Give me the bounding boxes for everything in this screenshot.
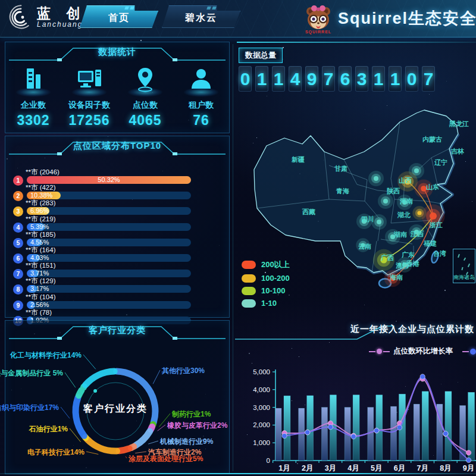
top10-row: 1**市 (2046)50.32%	[5, 168, 229, 184]
svg-text:湖南: 湖南	[393, 231, 407, 238]
top10-row-label: **市 (78)	[26, 308, 52, 317]
top10-row-percent: 3.17%	[30, 285, 49, 293]
stat-label: 企业数	[5, 100, 61, 111]
svg-text:9月: 9月	[463, 464, 474, 472]
stats-panel-title: 数据统计	[5, 46, 229, 58]
svg-text:吉林: 吉林	[450, 148, 465, 155]
legend-swatch	[242, 287, 256, 295]
top10-row-label: **市 (129)	[26, 277, 56, 286]
logo-subtext: Lanchuang	[37, 20, 86, 29]
svg-text:福建: 福建	[423, 240, 437, 247]
star	[446, 81, 447, 82]
counter-digit: 1	[255, 66, 268, 92]
star	[283, 47, 284, 48]
top10-row: 4**市 (219)5.39%	[5, 215, 229, 231]
top10-bar-track	[27, 239, 191, 246]
counter-digit: 1	[372, 66, 385, 92]
top10-row: 9**市 (104)2.56%	[5, 293, 229, 309]
top10-row: 3**市 (283)6.96%	[5, 199, 229, 215]
svg-text:海南: 海南	[389, 274, 403, 281]
industry-panel-header: 客户行业分类	[5, 321, 229, 341]
svg-text:新疆: 新疆	[291, 156, 305, 163]
top10-row-label: **市 (164)	[26, 246, 56, 255]
svg-text:1,000: 1,000	[253, 439, 270, 446]
svg-text:8月: 8月	[440, 464, 451, 472]
counter-digit: 7	[322, 66, 335, 92]
stat-label: 设备因子数	[61, 100, 117, 111]
lanchuang-logo-icon	[8, 5, 32, 30]
stat-device-factors: 设备因子数 17256	[61, 64, 117, 129]
donut-segment-label: 其他行业30%	[162, 366, 205, 376]
svg-text:青海: 青海	[336, 187, 349, 195]
top10-row-percent: 2.56%	[30, 301, 49, 309]
counter-digit: 3	[355, 66, 368, 92]
top10-row: 7**市 (151)3.71%	[5, 262, 229, 277]
top10-row-label: **市 (185)	[26, 230, 56, 239]
top10-row-label: **市 (422)	[26, 183, 56, 192]
stat-value: 4065	[117, 112, 173, 129]
top10-row-percent: 3.71%	[30, 270, 49, 277]
total-data-label: 数据总量	[239, 48, 283, 63]
page-title: Squirrel生态安全云平台	[338, 8, 476, 29]
donut-segment-label: 纺织与印染行业17%	[0, 403, 59, 413]
svg-text:甘肃: 甘肃	[334, 165, 347, 172]
top10-bar-track	[27, 270, 191, 277]
svg-text:澳门: 澳门	[396, 262, 409, 269]
stat-enterprises: 企业数 3302	[5, 64, 61, 129]
svg-text:陕西: 陕西	[387, 187, 400, 195]
svg-text:6月: 6月	[394, 464, 405, 472]
legend-swatch	[242, 261, 256, 269]
svg-text:西藏: 西藏	[302, 208, 315, 215]
svg-text:江西: 江西	[410, 230, 424, 237]
donut-segment-label: 橡胶与皮革行业2%	[167, 421, 227, 431]
column-divider	[233, 44, 233, 471]
counter-digit: 0	[405, 66, 418, 92]
south-china-sea-inset: 南海诸岛	[453, 249, 475, 283]
top-header: 蓝 创 Lanchuang 首页 碧水云 SQUIRREL Squirrel生态…	[0, 0, 476, 37]
donut-center-label: 客户行业分类	[71, 403, 160, 415]
donut-segment-label: 钢铁与金属制品行业 5%	[0, 368, 63, 378]
top10-row: 6**市 (164)4.03%	[5, 246, 229, 262]
top10-bar-track	[27, 254, 191, 262]
map-legend-item: 200以上	[242, 259, 290, 270]
top10-row-percent: 4.55%	[30, 239, 49, 246]
stat-value: 3302	[5, 112, 61, 129]
top10-bar-track	[27, 223, 191, 231]
top10-bar-track	[27, 301, 191, 309]
total-data-counter: 011497631107	[239, 66, 435, 92]
svg-text:5,000: 5,000	[253, 368, 270, 375]
donut-segment-label: 石油行业1%	[29, 424, 68, 434]
legend-swatch	[242, 274, 256, 283]
svg-text:5月: 5月	[371, 464, 382, 472]
map-legend: 200以上100-20010-1001-10	[242, 259, 290, 311]
svg-text:河南: 河南	[399, 198, 413, 205]
tab-bishuiyun-label: 碧水云	[185, 12, 217, 24]
donut-segment-label: 制药行业1%	[172, 409, 211, 419]
squirrel-mascot-icon: SQUIRREL	[302, 4, 334, 35]
top10-row: 2**市 (422)10.38%	[5, 184, 229, 199]
donut-segment-label: 化工与材料学行业14%	[10, 350, 82, 361]
top10-row-label: **市 (219)	[26, 215, 56, 224]
svg-text:0: 0	[267, 457, 270, 464]
counter-digit: 9	[305, 66, 318, 92]
donut-segment-label: 机械制造行业9%	[160, 437, 213, 447]
legend-label: 200以上	[261, 259, 290, 270]
top10-row: 8**市 (129)3.17%	[5, 277, 229, 293]
top10-bar-track	[27, 285, 191, 293]
logo: 蓝 创 Lanchuang	[8, 5, 86, 30]
stats-panel: 数据统计 企业数 3302 设备因子数 17256	[5, 42, 230, 133]
top10-row-percent: 6.96%	[30, 207, 49, 215]
top10-bar-track	[27, 207, 191, 215]
star	[429, 94, 430, 95]
stat-label: 租户数	[173, 100, 229, 111]
counter-digit: 4	[289, 66, 302, 92]
counter-digit: 1	[272, 66, 285, 92]
svg-text:广东: 广东	[401, 251, 415, 258]
counter-digit: 6	[339, 66, 352, 92]
svg-text:山东: 山东	[426, 183, 439, 190]
map-legend-item: 100-200	[242, 274, 290, 283]
legend-label: 10-100	[261, 286, 285, 295]
svg-text:四川: 四川	[361, 215, 374, 223]
trend-chart-panel: 近一年接入企业与点位累计数 点位数环比增长率 01,0002,0003,0004…	[235, 315, 476, 475]
top10-panel-title: 点位区域分布TOP10	[5, 140, 229, 152]
